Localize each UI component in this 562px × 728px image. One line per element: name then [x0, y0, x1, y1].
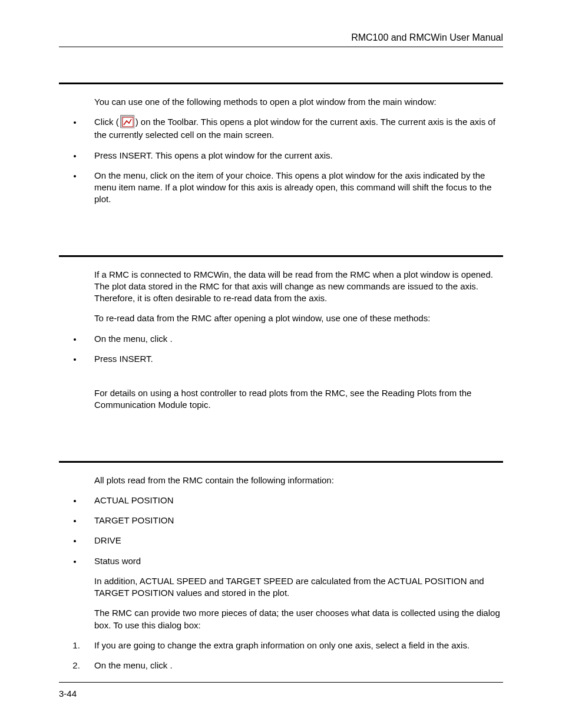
s3-n2-c: menu, click: [123, 660, 170, 670]
s1-bullet-press-insert: Press INSERT. This opens a plot window f…: [82, 150, 503, 162]
s3-intro: All plots read from the RMC contain the …: [94, 475, 503, 486]
s1-b3-a: On the: [94, 170, 123, 180]
s1-list: Click () on the Toolbar. This opens a pl…: [82, 116, 503, 205]
s3-p2-a: The RMC can provide two more pieces of d…: [94, 608, 477, 618]
s2-bullet-press-insert: Press INSERT.: [82, 353, 503, 365]
s1-intro: You can use one of the following methods…: [94, 96, 503, 108]
s2-b1-e: .: [170, 334, 172, 344]
s1-b2: Press INSERT. This opens a plot window f…: [94, 150, 503, 162]
header: RMC100 and RMCWin User Manual: [59, 32, 503, 47]
s3-n2-a: On the: [94, 660, 123, 670]
s3-list: ACTUAL POSITION TARGET POSITION DRIVE St…: [82, 495, 503, 567]
s1-b1-c: (: [116, 117, 119, 127]
s3-step-2: On the menu, click .: [82, 660, 503, 671]
s3-numlist: If you are going to change the extra gra…: [82, 640, 503, 672]
section-rule-2: [59, 255, 503, 257]
s1-bullet-click-plots: Click () on the Toolbar. This opens a pl…: [82, 116, 503, 141]
s2-p2: To re-read data from the RMC after openi…: [94, 312, 503, 324]
s1-b1-d: ) on the Toolbar. This opens a plot wind…: [94, 117, 495, 140]
s3-n2-e: .: [170, 660, 172, 670]
s2-b1-c: menu, click: [123, 334, 170, 344]
s3-step-1: If you are going to change the extra gra…: [82, 640, 503, 651]
s1-b3-c: menu, click on the: [123, 170, 197, 180]
section-rule-3: [59, 461, 503, 463]
s1-b1-a: Click: [94, 117, 114, 127]
s3-p1: In addition, ACTUAL SPEED and TARGET SPE…: [94, 575, 503, 599]
s2-p1: If a RMC is connected to RMCWin, the dat…: [94, 269, 503, 305]
s3-bullet-target-position: TARGET POSITION: [82, 515, 503, 526]
s2-b1-a: On the: [94, 334, 123, 344]
s2-list: On the menu, click . Press INSERT.: [82, 333, 503, 365]
s3-bullet-drive: DRIVE: [82, 535, 503, 546]
section-rule-1: [59, 83, 503, 84]
s1-bullet-window-menu: On the menu, click on the item of your c…: [82, 170, 503, 206]
page-number: 3-44: [59, 689, 77, 699]
page: RMC100 and RMCWin User Manual You can us…: [0, 0, 562, 728]
plots-toolbar-icon: [120, 115, 134, 128]
s2-bullet-data-menu: On the menu, click .: [82, 333, 503, 345]
s2-b2: Press INSERT.: [94, 353, 503, 365]
footer: 3-44: [59, 682, 503, 699]
s3-bullet-status-word: Status word: [82, 555, 503, 567]
header-title: RMC100 and RMCWin User Manual: [59, 32, 503, 43]
s3-p2: The RMC can provide two more pieces of d…: [94, 607, 503, 631]
s3-bullet-actual-position: ACTUAL POSITION: [82, 495, 503, 506]
s2-p3: For details on using a host controller t…: [94, 387, 503, 411]
